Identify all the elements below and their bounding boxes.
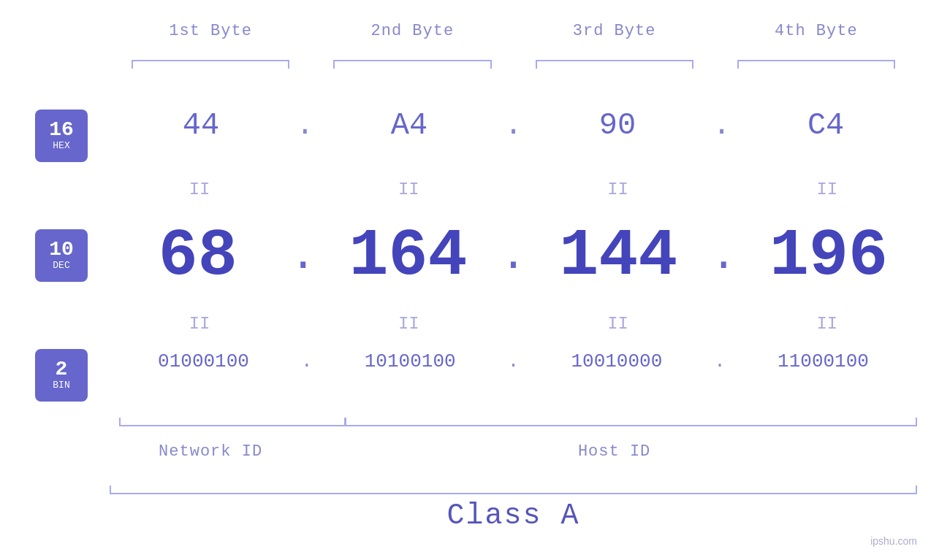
- hex-base-num: 16: [49, 120, 74, 140]
- eq-top-1: II: [110, 180, 289, 199]
- dec-byte-2: 164: [320, 219, 497, 294]
- bin-base-label: BIN: [53, 380, 69, 391]
- main-container: 16 HEX 10 DEC 2 BIN 1st Byte 2nd Byte 3r…: [0, 0, 939, 560]
- hex-byte-1: 44: [110, 108, 292, 143]
- bracket-top-1: [132, 60, 289, 69]
- col-header-2: 2nd Byte: [311, 22, 513, 40]
- dec-byte-4: 196: [740, 219, 917, 294]
- bin-byte-4: 11000100: [729, 350, 917, 372]
- col-header-4: 4th Byte: [715, 22, 917, 40]
- bracket-top-3: [536, 60, 693, 69]
- bin-byte-3: 10010000: [522, 350, 710, 372]
- eq-top-2: II: [319, 180, 498, 199]
- dec-dot-1: .: [286, 234, 320, 278]
- bin-base-num: 2: [56, 359, 68, 380]
- hex-dot-1: .: [292, 108, 318, 143]
- dec-dot-2: .: [496, 234, 530, 278]
- column-headers: 1st Byte 2nd Byte 3rd Byte 4th Byte: [110, 22, 917, 40]
- bin-badge: 2 BIN: [35, 349, 88, 402]
- hex-byte-4: C4: [734, 108, 917, 143]
- id-labels: Network ID Host ID: [110, 442, 917, 461]
- bin-dot-1: .: [297, 350, 316, 372]
- bin-dot-3: .: [710, 350, 729, 372]
- hex-dot-2: .: [501, 108, 526, 143]
- bin-byte-2: 10100100: [316, 350, 504, 372]
- hex-base-label: HEX: [53, 140, 69, 152]
- eq-mid-2: II: [319, 314, 498, 334]
- bin-row: 01000100 . 10100100 . 10010000 . 1100010…: [110, 350, 917, 372]
- outer-bracket-bottom: [110, 486, 917, 494]
- class-label: Class A: [110, 499, 917, 532]
- dec-dot-3: .: [707, 234, 740, 278]
- dec-base-label: DEC: [53, 260, 69, 272]
- col-header-3: 3rd Byte: [514, 22, 715, 40]
- eq-mid-4: II: [737, 314, 917, 334]
- equals-row-top: II II II II: [110, 180, 917, 199]
- hex-dot-3: .: [709, 108, 734, 143]
- dec-base-num: 10: [49, 239, 74, 260]
- bin-dot-2: .: [504, 350, 523, 372]
- dec-badge: 10 DEC: [35, 229, 88, 282]
- host-bracket: [344, 418, 917, 426]
- network-bracket: [119, 418, 346, 426]
- hex-row: 44 . A4 . 90 . C4: [110, 108, 917, 143]
- eq-top-3: II: [528, 180, 708, 199]
- top-brackets: [110, 60, 917, 69]
- hex-byte-3: 90: [526, 108, 709, 143]
- host-id-label: Host ID: [311, 442, 917, 461]
- equals-row-mid: II II II II: [110, 314, 917, 334]
- eq-mid-3: II: [528, 314, 708, 334]
- col-header-1: 1st Byte: [110, 22, 311, 40]
- hex-badge: 16 HEX: [35, 110, 88, 162]
- network-id-label: Network ID: [110, 442, 311, 461]
- bracket-top-2: [333, 60, 491, 69]
- watermark: ipshu.com: [870, 535, 917, 547]
- bracket-top-4: [737, 60, 895, 69]
- dec-byte-1: 68: [110, 219, 286, 294]
- hex-byte-2: A4: [318, 108, 501, 143]
- dec-byte-3: 144: [531, 219, 707, 294]
- dec-row: 68 . 164 . 144 . 196: [110, 219, 917, 294]
- eq-top-4: II: [737, 180, 917, 199]
- bin-byte-1: 01000100: [110, 350, 297, 372]
- eq-mid-1: II: [110, 314, 289, 334]
